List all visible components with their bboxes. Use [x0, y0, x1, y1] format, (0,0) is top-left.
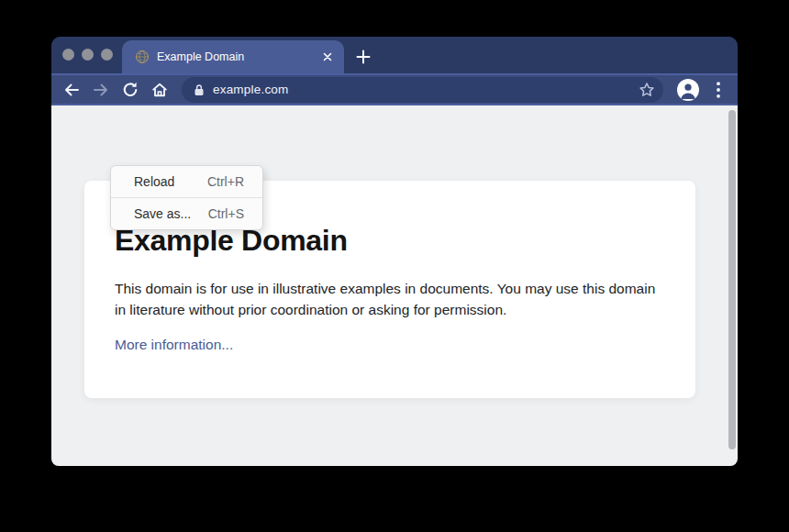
bookmark-star-icon[interactable] [638, 81, 656, 99]
browser-window: Example Domain [51, 37, 738, 466]
vertical-scrollbar[interactable] [728, 110, 736, 449]
context-menu-item-reload[interactable]: Reload Ctrl+R [111, 166, 262, 197]
menu-item-shortcut: Ctrl+R [207, 174, 244, 189]
address-bar[interactable]: example.com [182, 77, 663, 103]
more-information-link[interactable]: More information... [115, 337, 233, 353]
globe-favicon-icon [135, 50, 150, 64]
new-tab-button[interactable] [352, 46, 374, 68]
menu-item-label: Reload [134, 174, 174, 189]
title-bar: Example Domain [51, 37, 738, 73]
context-menu-item-save-as[interactable]: Save as... Ctrl+S [111, 198, 262, 229]
forward-icon[interactable] [88, 77, 114, 103]
tab-title: Example Domain [157, 40, 244, 73]
reload-icon[interactable] [117, 77, 143, 103]
page-paragraph: This domain is for use in illustrative e… [115, 278, 656, 320]
context-menu: Reload Ctrl+R Save as... Ctrl+S [110, 165, 263, 230]
window-zoom-button[interactable] [101, 49, 113, 61]
profile-avatar-icon[interactable] [677, 79, 699, 101]
menu-item-label: Save as... [134, 206, 191, 221]
tab-close-icon[interactable] [320, 50, 335, 64]
window-minimize-button[interactable] [82, 49, 94, 61]
url-text: example.com [213, 77, 288, 103]
back-icon[interactable] [59, 77, 84, 103]
window-close-button[interactable] [62, 49, 74, 61]
page-viewport: Example Domain This domain is for use in… [51, 105, 738, 466]
lock-icon [194, 83, 205, 96]
menu-item-shortcut: Ctrl+S [208, 206, 244, 221]
browser-tab[interactable]: Example Domain [122, 40, 344, 73]
browser-menu-icon[interactable] [711, 79, 726, 101]
home-icon[interactable] [147, 77, 172, 103]
